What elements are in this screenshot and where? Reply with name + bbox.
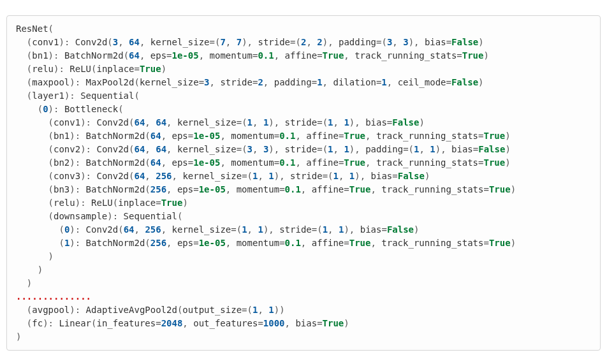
code-output: ResNet( (conv1): Conv2d(3, 64, kernel_si… bbox=[6, 15, 601, 351]
